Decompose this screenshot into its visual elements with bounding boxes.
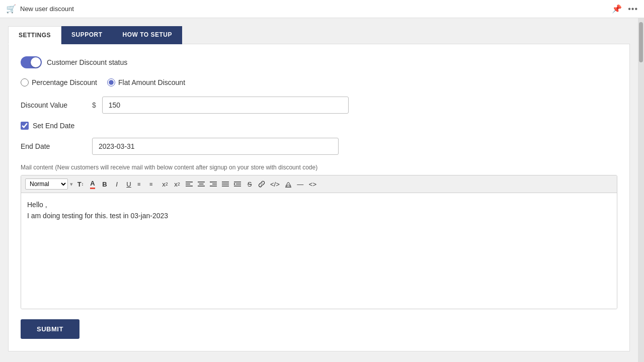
discount-value-label: Discount Value bbox=[21, 101, 86, 109]
toggle-label: Customer Discount status bbox=[47, 58, 127, 66]
hr-btn[interactable]: — bbox=[295, 178, 306, 190]
more-icon[interactable]: ••• bbox=[628, 5, 638, 14]
end-date-input[interactable] bbox=[92, 138, 339, 155]
svg-text:≡: ≡ bbox=[149, 181, 152, 187]
code-btn[interactable]: </> bbox=[268, 178, 282, 190]
editor-toolbar: Normal Heading 1 Heading 2 Heading 3 ▾ T… bbox=[21, 175, 617, 193]
scrollbar[interactable] bbox=[638, 18, 644, 362]
tab-support[interactable]: SUPPORT bbox=[61, 26, 113, 44]
radio-flat[interactable]: Flat Amount Discount bbox=[107, 78, 185, 86]
bold-btn[interactable]: B bbox=[99, 178, 110, 190]
align-left-btn[interactable] bbox=[184, 178, 195, 190]
pin-icon[interactable]: 📌 bbox=[612, 4, 622, 14]
app-title: New user discount bbox=[20, 5, 74, 13]
mail-content-label-row: Mail content (New customers will receive… bbox=[21, 163, 617, 171]
end-date-row: End Date bbox=[21, 138, 617, 155]
app-icon: 🛒 bbox=[6, 4, 16, 14]
html-btn[interactable]: <> bbox=[307, 178, 318, 190]
justify-btn[interactable] bbox=[220, 178, 231, 190]
discount-type-row: Percentage Discount Flat Amount Discount bbox=[21, 78, 617, 86]
font-size-btn[interactable]: T↕ bbox=[75, 178, 86, 190]
set-end-date-checkbox[interactable] bbox=[21, 122, 29, 130]
svg-text:≡: ≡ bbox=[137, 181, 140, 187]
tab-settings[interactable]: SETTINGS bbox=[8, 26, 61, 44]
format-select[interactable]: Normal Heading 1 Heading 2 Heading 3 bbox=[25, 178, 68, 190]
ordered-list-btn[interactable]: ≡ bbox=[135, 178, 146, 190]
highlight-btn[interactable] bbox=[283, 178, 294, 190]
subscript-btn[interactable]: x2 bbox=[159, 178, 171, 190]
editor-line-1: Hello , bbox=[27, 199, 611, 210]
top-bar-left: 🛒 New user discount bbox=[6, 4, 74, 14]
italic-btn[interactable]: I bbox=[111, 178, 122, 190]
unordered-list-btn[interactable]: ≡ bbox=[147, 178, 158, 190]
font-color-btn[interactable]: A bbox=[87, 178, 98, 190]
scrollbar-thumb[interactable] bbox=[639, 22, 643, 62]
discount-status-toggle[interactable] bbox=[21, 56, 42, 68]
strikethrough-btn[interactable]: S bbox=[244, 178, 255, 190]
mail-content-label: Mail content (New customers will receive… bbox=[21, 163, 317, 171]
settings-card: Customer Discount status Percentage Disc… bbox=[8, 44, 630, 351]
set-end-date-row: Set End Date bbox=[21, 122, 617, 130]
end-date-label: End Date bbox=[21, 142, 86, 150]
editor-body[interactable]: Hello , I am doing testing for this. tes… bbox=[21, 193, 617, 309]
set-end-date-label: Set End Date bbox=[33, 122, 74, 130]
discount-value-row: Discount Value $ bbox=[21, 97, 617, 114]
align-center-btn[interactable] bbox=[196, 178, 207, 190]
indent-btn[interactable] bbox=[232, 178, 243, 190]
editor-line-2: I am doing testing for this. test in 03-… bbox=[27, 210, 611, 221]
superscript-btn[interactable]: x2 bbox=[172, 178, 183, 190]
radio-percentage-label: Percentage Discount bbox=[32, 78, 97, 86]
radio-flat-label: Flat Amount Discount bbox=[118, 78, 185, 86]
link-btn[interactable] bbox=[256, 178, 267, 190]
radio-percentage[interactable]: Percentage Discount bbox=[21, 78, 97, 86]
submit-button[interactable]: SUBMIT bbox=[21, 319, 79, 339]
discount-value-input[interactable] bbox=[102, 97, 349, 114]
tab-how-to-setup[interactable]: HOW TO SETUP bbox=[113, 26, 182, 44]
mail-editor: Normal Heading 1 Heading 2 Heading 3 ▾ T… bbox=[21, 175, 617, 309]
tab-bar: SETTINGS SUPPORT HOW TO SETUP bbox=[8, 26, 630, 44]
align-right-btn[interactable] bbox=[208, 178, 219, 190]
top-bar-right: 📌 ••• bbox=[612, 4, 638, 14]
mail-content-note: (New customers will receive mail with be… bbox=[55, 164, 318, 171]
toolbar-divider-text: ▾ bbox=[70, 181, 73, 188]
top-bar: 🛒 New user discount 📌 ••• bbox=[0, 0, 644, 18]
underline-btn[interactable]: U bbox=[123, 178, 134, 190]
currency-symbol: $ bbox=[92, 101, 96, 109]
toggle-row: Customer Discount status bbox=[21, 56, 617, 68]
